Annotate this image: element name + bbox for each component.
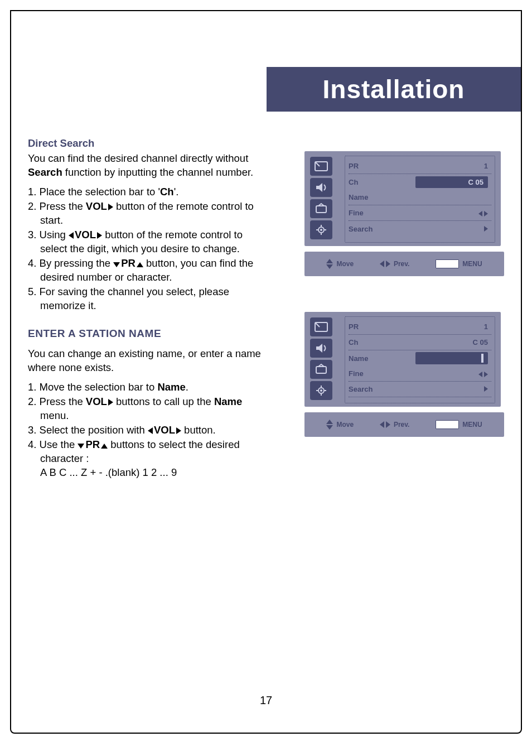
svg-rect-5	[316, 367, 326, 373]
osd-row-fine: Fine	[349, 205, 491, 221]
text: function by inputting the channel number…	[62, 166, 254, 178]
osd-label: Ch	[349, 178, 392, 186]
osd-highlight	[415, 352, 488, 364]
menu-button-icon	[436, 420, 459, 429]
text: 5. For saving the channel you select, pl…	[28, 286, 229, 311]
hint-move: Move	[326, 259, 354, 269]
text-bold: Search	[28, 166, 62, 178]
text: 1. Place the selection bar to '	[28, 186, 160, 198]
svg-point-3	[320, 229, 322, 231]
text: button.	[181, 424, 216, 436]
osd-value: C 05	[468, 178, 483, 186]
osd-row-search: Search	[349, 221, 491, 237]
hint-menu: MENU	[436, 259, 482, 268]
osd-label: Name	[349, 354, 392, 363]
text: 2. Press the	[28, 200, 86, 212]
svg-rect-1	[316, 206, 326, 213]
list-item: 1. Move the selection bar to Name.	[28, 381, 269, 394]
triangle-right-icon	[484, 226, 488, 232]
svg-point-7	[320, 389, 322, 392]
osd-value	[392, 209, 491, 217]
osd-hint-bar-1: Move Prev. MENU	[304, 252, 504, 276]
list-item: 4. By pressing the PR button, you can fi…	[28, 257, 269, 285]
hint-label: Move	[336, 421, 354, 428]
text-bold: Name	[157, 381, 185, 393]
text: You can find the desired channel directl…	[28, 152, 248, 164]
osd-label: Fine	[349, 369, 392, 378]
text: '.	[174, 186, 179, 198]
osd-row-ch: Ch C 05	[349, 335, 491, 350]
sound-settings-icon	[310, 178, 332, 197]
sound-settings-icon	[310, 339, 332, 358]
osd-value: 1	[392, 322, 491, 331]
osd-value	[392, 385, 491, 393]
text: buttons to call up the	[113, 396, 214, 407]
text-bold: VOL	[86, 396, 107, 407]
direct-search-heading: Direct Search	[28, 137, 269, 151]
osd-label: Ch	[349, 338, 392, 346]
osd-value: 1	[392, 162, 491, 170]
text: 4. By pressing the	[28, 257, 113, 269]
hint-prev: Prev.	[380, 421, 409, 428]
osd-label: Name	[349, 193, 392, 201]
osd-row-pr: PR 1	[349, 158, 491, 174]
osd-row-name: Name	[349, 190, 491, 205]
text-bold: VOL	[86, 200, 107, 212]
up-down-arrows-icon	[326, 420, 333, 430]
hint-label: Prev.	[394, 421, 409, 428]
osd-label: Search	[349, 225, 392, 233]
triangle-down-icon	[113, 262, 120, 267]
osd-label: Search	[349, 385, 392, 393]
section-banner-title: Installation	[323, 74, 465, 104]
osd-category-icons	[310, 156, 340, 243]
setup-settings-icon	[310, 220, 332, 239]
list-item: 5. For saving the channel you select, pl…	[28, 285, 269, 313]
osd-value: C 05	[392, 338, 491, 346]
channel-settings-icon	[310, 199, 332, 218]
left-right-arrows-icon	[478, 372, 488, 377]
text: menu.	[40, 410, 69, 421]
osd-row-search: Search	[349, 382, 491, 397]
text-bold: VOL	[154, 424, 175, 436]
list-item: 4. Use the PR buttons to select the desi…	[28, 438, 269, 480]
direct-search-steps: 1. Place the selection bar to 'Ch'. 2. P…	[28, 185, 269, 313]
content-area: Direct Search You can find the desired c…	[28, 137, 504, 711]
triangle-right-icon	[484, 386, 488, 392]
osd-hint-bar-2: Move Prev. MENU	[304, 412, 504, 437]
hint-label: Move	[336, 260, 354, 268]
osd-row-name: Name	[349, 350, 491, 366]
triangle-left-icon	[69, 232, 74, 239]
list-item: 2. Press the VOL buttons to call up the …	[28, 395, 269, 423]
picture-settings-icon	[310, 157, 332, 176]
hint-move: Move	[326, 420, 354, 430]
osd-value	[392, 369, 491, 378]
section-banner: Installation	[267, 67, 521, 112]
list-item: 3. Using VOL button of the remote contro…	[28, 228, 269, 256]
osd-value	[392, 225, 491, 233]
station-name-heading: ENTER A STATION NAME	[28, 326, 269, 341]
text: 4. Use the	[28, 439, 78, 450]
left-column: Direct Search You can find the desired c…	[28, 137, 269, 493]
triangle-up-icon	[137, 262, 143, 267]
text-bold: VOL	[75, 229, 96, 240]
triangle-down-icon	[78, 444, 84, 449]
text-bold: PR	[85, 439, 100, 450]
triangle-left-icon	[148, 427, 153, 434]
osd-label: PR	[349, 322, 392, 331]
channel-settings-icon	[310, 360, 332, 379]
osd-row-fine: Fine	[349, 366, 491, 382]
left-right-arrows-icon	[380, 261, 390, 267]
left-right-arrows-icon	[478, 211, 488, 216]
osd-label: PR	[349, 162, 392, 170]
osd-label: Fine	[349, 209, 392, 217]
osd-panel-2: PR 1 Ch C 05 Name Fine	[304, 312, 501, 407]
triangle-up-icon	[101, 444, 108, 449]
page-number: 17	[28, 694, 504, 707]
triangle-right-icon	[176, 427, 181, 434]
picture-settings-icon	[310, 317, 332, 336]
hint-prev: Prev.	[380, 260, 409, 268]
menu-button-icon	[436, 259, 459, 268]
right-column: PR 1 Ch C 05 Name Fine	[304, 137, 504, 454]
hint-label: MENU	[462, 260, 482, 268]
direct-search-intro: You can find the desired channel directl…	[28, 152, 269, 180]
